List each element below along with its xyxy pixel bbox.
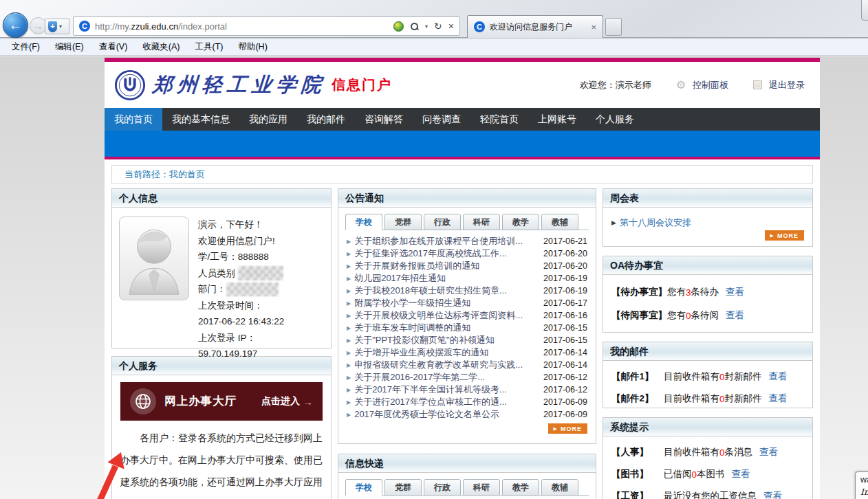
tab-party[interactable]: 党群 [384,479,422,496]
tab-school[interactable]: 学校 [345,479,382,496]
row-text: 目前收件箱有 [664,446,719,458]
nav-survey[interactable]: 问卷调查 [413,108,470,131]
tab-admin[interactable]: 行政 [424,214,461,230]
tab-close-icon[interactable]: × [591,22,596,32]
nav-consult[interactable]: 咨询解答 [355,108,413,131]
panel-title: 公告通知 [338,189,596,208]
more-label: MORE [777,232,799,239]
nav-basic-info[interactable]: 我的基本信息 [162,108,239,131]
item-arrow-icon: ▶ [347,239,351,245]
nav-my-home[interactable]: 我的首页 [105,108,162,131]
tab-support[interactable]: 教辅 [541,479,578,496]
mail-row: 【邮件1】目前收件箱有0封新邮件查看 [603,370,812,383]
last-login-time-value: 2017-06-22 16:43:22 [198,313,284,330]
cta-label: 点击进入 [261,395,300,408]
count-value: 0 [719,447,725,458]
announcement-item[interactable]: ▶关于我校2018年硕士研究生招生简章...2017-06-19 [347,285,587,297]
chevron-down-icon: ▾ [59,23,62,30]
view-link[interactable]: 查看 [726,286,744,298]
nav-my-apps[interactable]: 我的应用 [239,108,297,131]
announcement-item[interactable]: ▶关于增开毕业生离校摆渡车的通知2017-06-14 [347,346,587,359]
announcement-item[interactable]: ▶幼儿园2017年招生通知2017-06-19 [347,272,587,285]
count-value: 0 [686,311,691,321]
service-hall-banner[interactable]: 网上办事大厅 点击进入→ [120,382,323,421]
last-login-ip-label: 上次登录 IP： [198,330,284,346]
announcement-item[interactable]: ▶关于组织参加在线开放课程平台使用培训...2017-06-21 [347,235,587,247]
compatibility-button[interactable]: + ▾ [45,19,69,34]
view-link[interactable]: 查看 [763,490,782,499]
new-tab-button[interactable] [605,18,622,36]
ie-window: ← → + ▾ C http://my.zzuli.edu.cn/index.p… [0,0,868,499]
tab-school[interactable]: 学校 [345,214,382,230]
announcement-item[interactable]: ▶关于班车发车时间调整的通知2017-06-15 [347,322,587,334]
personal-info-panel: 个人信息 [111,188,332,348]
oa-todo-row: 【待办事宜】您有3条待办查看 [603,286,812,298]
banner-title: 网上办事大厅 [164,394,237,409]
tab-research[interactable]: 科研 [463,214,500,230]
tab-party[interactable]: 党群 [384,214,422,230]
back-arrow-icon: ← [9,17,23,33]
view-link[interactable]: 查看 [726,309,744,322]
announcements-panel: 公告通知 学校 党群 行政 科研 教学 教辅 ▶关于组织参加在线开放课程平台使用… [338,188,596,444]
tab-support[interactable]: 教辅 [541,214,578,230]
announcement-title: 关于征集评选2017年度高校统战工作... [354,247,507,260]
control-panel-link[interactable]: 控制面板 [693,79,728,91]
row-text: 您有 [667,286,686,298]
weekly-meeting-item[interactable]: ▶第十八周会议安排 [603,208,812,229]
browser-tab[interactable]: C 欢迎访问信息服务门户 × [467,15,603,38]
stop-icon[interactable]: × [448,21,454,31]
more-button[interactable]: ▶MORE [548,423,587,434]
accent-divider [105,157,820,159]
announcement-item[interactable]: ▶关于开展2016-2017学年第二学...2017-06-12 [347,371,587,384]
view-link[interactable]: 查看 [732,468,750,480]
item-arrow-icon: ▶ [347,362,351,368]
menu-view[interactable]: 查看(V) [91,39,135,55]
nav-my-mail[interactable]: 我的邮件 [297,108,355,131]
welcome-text: 欢迎您：演示老师 [580,79,651,91]
search-icon[interactable] [410,22,419,31]
banner-enter-link[interactable]: 点击进入→ [261,395,313,408]
weekly-meeting-link[interactable]: 第十八周会议安排 [620,217,691,229]
announcement-item[interactable]: ▶2017年度优秀硕士学位论文名单公示2017-06-09 [347,408,587,421]
announcement-title: 关于班车发车时间调整的通知 [354,322,470,334]
logout-link[interactable]: 退出登录 [769,79,805,91]
tab-teaching[interactable]: 教学 [502,214,539,230]
row-text: 本图书 [697,468,725,480]
refresh-icon[interactable]: ↻ [434,21,442,31]
tab-research[interactable]: 科研 [463,479,500,496]
view-link[interactable]: 查看 [759,446,778,458]
window-close-button-partial[interactable] [861,0,868,21]
menu-favorites[interactable]: 收藏夹(A) [135,39,187,55]
announcement-title: 关于我校2018年硕士研究生招生简章... [354,285,507,297]
item-arrow-icon: ▶ [347,300,351,307]
menu-help[interactable]: 帮助(H) [230,39,274,55]
announcement-item[interactable]: ▶申报省级研究生教育教学改革研究与实践...2017-06-14 [347,359,587,371]
announcement-item[interactable]: ▶附属学校小学一年级招生通知2017-06-17 [347,297,587,309]
address-bar[interactable]: C http://my.zzuli.edu.cn/index.portal ▾ … [73,16,460,36]
announcement-item[interactable]: ▶关于2017年下半年全国计算机等级考...2017-06-12 [347,384,587,396]
tab-teaching[interactable]: 教学 [502,479,539,496]
browser-back-button[interactable]: ← [3,12,28,38]
more-button[interactable]: ▶MORE [765,230,804,241]
menu-tools[interactable]: 工具(T) [187,39,230,55]
oa-todo-panel: OA待办事宜 【待办事宜】您有3条待办查看 【待阅事宜】您有0条待阅查看 [603,256,813,333]
announcement-item[interactable]: ▶关于开展财务报账员培训的通知2017-06-20 [347,260,587,272]
menu-file[interactable]: 文件(F) [4,39,47,55]
view-link[interactable]: 查看 [769,392,788,405]
item-arrow-icon: ▶ [347,412,351,418]
announcement-item[interactable]: ▶关于征集评选2017年度高校统战工作...2017-06-20 [347,247,587,260]
menu-edit[interactable]: 编辑(E) [47,39,91,55]
view-link[interactable]: 查看 [769,370,788,383]
announcement-item[interactable]: ▶关于开展校级文明单位达标考评查阅资料...2017-06-16 [347,309,587,322]
tab-admin[interactable]: 行政 [424,479,461,496]
announcement-item[interactable]: ▶关于"PPT投影仪翻页笔"的补领通知2017-06-15 [347,334,587,346]
announcement-title: 关于进行2017年学位点审核工作的通... [354,396,507,408]
nav-net-account[interactable]: 上网账号 [528,108,586,131]
search-dropdown-icon[interactable]: ▾ [425,23,428,30]
site-favicon: C [79,21,90,32]
nav-school-home[interactable]: 轻院首页 [470,108,528,131]
announcement-item[interactable]: ▶关于进行2017年学位点审核工作的通...2017-06-09 [347,396,587,408]
nav-personal-service[interactable]: 个人服务 [586,108,644,131]
addon-icon[interactable] [393,21,404,32]
item-arrow-icon: ▶ [347,387,351,393]
